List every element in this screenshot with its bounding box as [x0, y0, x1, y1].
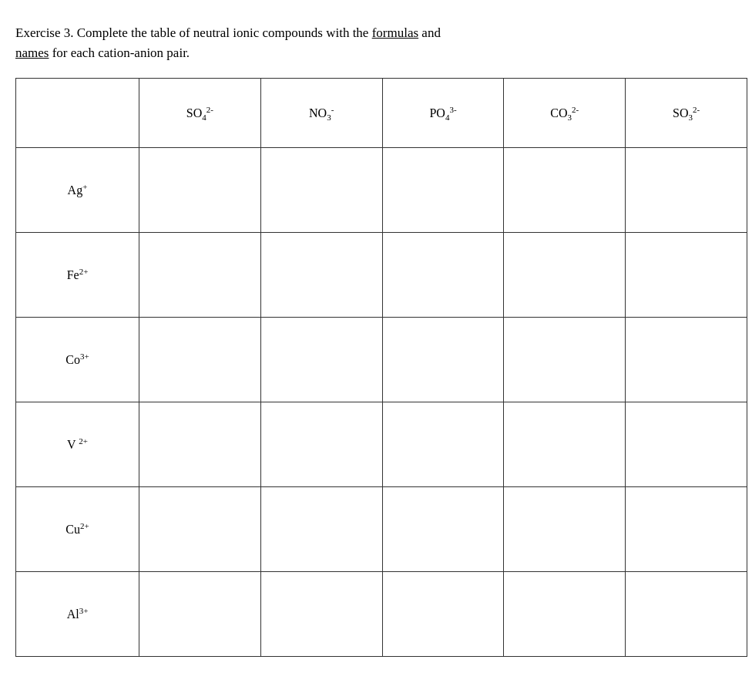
cation-ag: Ag+: [16, 148, 139, 233]
anion-header-po4: PO43-: [382, 79, 504, 148]
cell-co-so4[interactable]: [139, 318, 261, 402]
header-empty: [16, 79, 139, 148]
cell-al-po4[interactable]: [382, 572, 504, 657]
cell-ag-po4[interactable]: [382, 148, 504, 233]
cell-co-co3[interactable]: [504, 318, 626, 402]
anion-header-co3: CO32-: [504, 79, 626, 148]
cell-fe-no3[interactable]: [260, 233, 382, 318]
cell-ag-no3[interactable]: [260, 148, 382, 233]
cell-co-no3[interactable]: [260, 318, 382, 402]
cell-al-so3[interactable]: [626, 572, 747, 657]
cell-al-so4[interactable]: [139, 572, 261, 657]
cell-fe-po4[interactable]: [382, 233, 504, 318]
cation-row-al: Al3+: [16, 572, 747, 657]
cell-v-co3[interactable]: [504, 402, 626, 487]
cation-row-fe: Fe2+: [16, 233, 747, 318]
cell-v-so4[interactable]: [139, 402, 261, 487]
header-row: SO42- NO3- PO43- CO32- SO32-: [16, 79, 747, 148]
cell-v-no3[interactable]: [260, 402, 382, 487]
cell-cu-so4[interactable]: [139, 487, 261, 572]
cation-al: Al3+: [16, 572, 139, 657]
cell-fe-co3[interactable]: [504, 233, 626, 318]
cell-fe-so3[interactable]: [626, 233, 747, 318]
cell-ag-so4[interactable]: [139, 148, 261, 233]
table-container: SO42- NO3- PO43- CO32- SO32- Ag+: [15, 78, 747, 657]
anion-header-so3: SO32-: [626, 79, 747, 148]
exercise-instructions: Exercise 3. Complete the table of neutra…: [15, 23, 737, 62]
instruction-text: Exercise 3. Complete the table of neutra…: [15, 25, 441, 60]
cation-row-v: V 2+: [16, 402, 747, 487]
cell-ag-so3[interactable]: [626, 148, 747, 233]
cell-co-so3[interactable]: [626, 318, 747, 402]
cation-cu: Cu2+: [16, 487, 139, 572]
cation-row-co: Co3+: [16, 318, 747, 402]
cell-co-po4[interactable]: [382, 318, 504, 402]
anion-header-so4: SO42-: [139, 79, 261, 148]
cell-fe-so4[interactable]: [139, 233, 261, 318]
cation-co: Co3+: [16, 318, 139, 402]
cell-cu-co3[interactable]: [504, 487, 626, 572]
cation-fe: Fe2+: [16, 233, 139, 318]
anion-header-no3: NO3-: [260, 79, 382, 148]
cell-v-po4[interactable]: [382, 402, 504, 487]
cell-al-no3[interactable]: [260, 572, 382, 657]
cell-v-so3[interactable]: [626, 402, 747, 487]
cell-ag-co3[interactable]: [504, 148, 626, 233]
cell-cu-po4[interactable]: [382, 487, 504, 572]
cation-row-cu: Cu2+: [16, 487, 747, 572]
cell-cu-so3[interactable]: [626, 487, 747, 572]
cation-v: V 2+: [16, 402, 139, 487]
cell-al-co3[interactable]: [504, 572, 626, 657]
cation-row-ag: Ag+: [16, 148, 747, 233]
cell-cu-no3[interactable]: [260, 487, 382, 572]
ionic-compounds-table: SO42- NO3- PO43- CO32- SO32- Ag+: [15, 78, 747, 657]
